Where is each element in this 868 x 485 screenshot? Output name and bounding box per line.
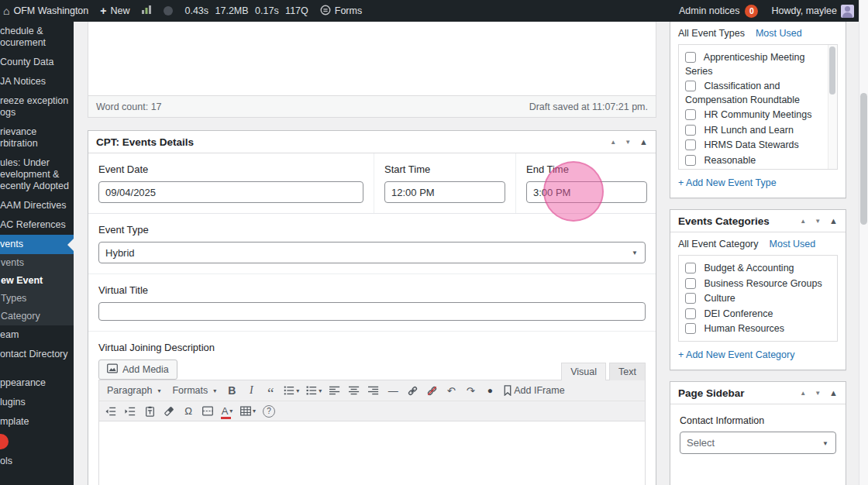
toggle-panel-icon[interactable]: ▲ [639, 137, 648, 146]
event-type-checkbox[interactable] [685, 125, 696, 136]
paste-as-text-button[interactable] [140, 403, 159, 420]
read-more-button[interactable] [198, 403, 217, 420]
event-type-option[interactable]: Classification and Compensation Roundtab… [685, 80, 823, 107]
category-option[interactable]: Human Resources [685, 322, 823, 336]
event-type-checkbox[interactable] [685, 155, 696, 166]
paragraph-dropdown[interactable]: Paragraph ▾ [102, 382, 166, 399]
add-new-event-type-link[interactable]: + Add New Event Type [670, 170, 846, 194]
category-option[interactable]: DEI Conference [685, 308, 823, 322]
virtual-title-input[interactable] [98, 302, 646, 321]
outdent-button[interactable] [102, 403, 120, 420]
sidebar-item-active[interactable]: vents [0, 235, 74, 254]
italic-button[interactable]: I [242, 382, 260, 399]
category-option[interactable]: Culture [685, 292, 823, 306]
admin-notices-menu[interactable]: Admin notices 0 [679, 5, 760, 18]
category-checkbox[interactable] [685, 278, 696, 289]
category-option[interactable]: Budget & Accounting [685, 262, 823, 276]
category-checkbox[interactable] [685, 308, 696, 319]
category-option[interactable]: Business Resource Groups [685, 277, 823, 291]
remove-link-button[interactable] [422, 382, 441, 399]
move-up-icon[interactable]: ▲ [800, 390, 806, 397]
tab-visual[interactable]: Visual [561, 363, 606, 380]
sidebar-item[interactable]: chedule &ocurement [0, 22, 74, 53]
move-up-icon[interactable]: ▲ [610, 139, 616, 146]
checklist-scrollbar-thumb[interactable] [829, 46, 835, 95]
editor-content-area[interactable] [99, 421, 645, 485]
sidebar-item[interactable]: ontact Directory [0, 345, 74, 364]
event-type-option[interactable]: Reasonable Accommodation Roundtables [685, 154, 823, 170]
clock-button[interactable]: ● [480, 382, 499, 399]
tab-text[interactable]: Text [609, 363, 646, 380]
move-down-icon[interactable]: ▼ [815, 218, 821, 225]
sidebar-item[interactable]: AAM Directives [0, 196, 74, 215]
insert-link-button[interactable] [403, 382, 422, 399]
sidebar-item[interactable]: mplate [0, 412, 74, 432]
bold-button[interactable]: B [222, 382, 241, 399]
sidebar-subitem[interactable]: ew Event [0, 272, 74, 290]
add-media-button[interactable]: Add Media [98, 359, 177, 380]
event-type-checkbox[interactable] [685, 52, 696, 63]
sidebar-subitem[interactable]: vents [0, 254, 74, 272]
sidebar-plugin-logo-item[interactable] [0, 432, 74, 452]
sidebar-item[interactable]: eam [0, 325, 74, 345]
sidebar-item[interactable]: lugins [0, 393, 74, 412]
performance-menu[interactable] [141, 5, 152, 17]
blockquote-button[interactable]: “ [261, 382, 280, 399]
event-type-option[interactable]: HR Community Meetings [685, 108, 823, 122]
contact-information-select[interactable]: Select ▼ [680, 432, 836, 454]
sidebar-item[interactable]: County Data [0, 53, 74, 72]
text-color-button[interactable]: A ▾ [218, 403, 236, 420]
indent-button[interactable] [121, 403, 140, 420]
move-up-icon[interactable]: ▲ [800, 218, 806, 225]
help-button[interactable]: ? [260, 403, 278, 420]
sidebar-item[interactable]: ppearance [0, 373, 74, 393]
formats-dropdown[interactable]: Formats ▾ [167, 382, 222, 399]
query-monitor-stats[interactable]: 0.43s 17.2MB 0.17s 117Q [184, 5, 308, 16]
category-checkbox[interactable] [685, 323, 696, 334]
special-character-button[interactable]: Ω [179, 403, 198, 420]
sidebar-item[interactable]: ols [0, 452, 74, 471]
tab-all-event-types[interactable]: All Event Types [678, 28, 745, 39]
sidebar-item[interactable]: AC References [0, 215, 74, 235]
events-details-header[interactable]: CPT: Events Details ▲ ▼ ▲ [88, 131, 656, 153]
tab-most-used[interactable]: Most Used [770, 239, 816, 249]
event-type-option[interactable]: Apprenticeship Meeting Series [685, 51, 823, 78]
page-sidebar-header[interactable]: Page Sidebar ▲ ▼ ▲ [670, 382, 846, 404]
events-categories-header[interactable]: Events Categories ▲ ▼ ▲ [670, 210, 846, 232]
tab-all-event-category[interactable]: All Event Category [678, 239, 759, 249]
undo-button[interactable]: ↶ [442, 382, 460, 399]
window-scrollbar-track[interactable] [859, 0, 868, 485]
category-checkbox[interactable] [685, 263, 696, 273]
event-type-checkbox[interactable] [685, 81, 696, 91]
sidebar-item[interactable]: JA Notices [0, 72, 74, 91]
bulleted-list-button[interactable]: ▾ [281, 382, 302, 399]
add-new-event-category-link[interactable]: + Add New Event Category [670, 342, 846, 366]
sidebar-item[interactable]: reeze exceptionogs [0, 91, 74, 122]
horizontal-rule-button[interactable]: — [384, 382, 402, 399]
align-right-button[interactable] [364, 382, 383, 399]
add-iframe-button[interactable]: Add IFrame [500, 382, 567, 399]
category-checkbox[interactable] [685, 293, 696, 304]
redo-button[interactable]: ↷ [461, 382, 480, 399]
checklist-scrollbar-track[interactable] [828, 45, 837, 169]
new-content-menu[interactable]: + New [100, 5, 129, 17]
align-center-button[interactable] [345, 382, 363, 399]
end-time-input[interactable] [526, 181, 647, 203]
event-type-checkbox[interactable] [685, 139, 696, 150]
event-date-input[interactable] [98, 181, 363, 203]
sidebar-subitem[interactable]: Category [0, 308, 74, 325]
post-content-editor-bottom[interactable]: Word count: 17 Draft saved at 11:07:21 p… [88, 22, 656, 118]
clear-formatting-button[interactable] [160, 403, 178, 420]
sidebar-item[interactable]: rievancerbitration [0, 122, 74, 153]
event-type-select[interactable]: Hybrid ▼ [98, 242, 646, 263]
sidebar-item[interactable]: ules: Underevelopment &ecently Adopted [0, 153, 74, 196]
account-menu[interactable]: Howdy, maylee [771, 5, 854, 18]
table-button[interactable]: ▾ [237, 403, 259, 420]
event-type-option[interactable]: HR Lunch and Learn [685, 124, 823, 138]
numbered-list-button[interactable]: ▾ [303, 382, 325, 399]
window-scrollbar-thumb[interactable] [860, 93, 867, 225]
toggle-panel-icon[interactable]: ▲ [829, 388, 838, 397]
move-down-icon[interactable]: ▼ [625, 139, 631, 146]
forms-menu[interactable]: Forms [320, 5, 362, 18]
start-time-input[interactable] [384, 181, 505, 203]
